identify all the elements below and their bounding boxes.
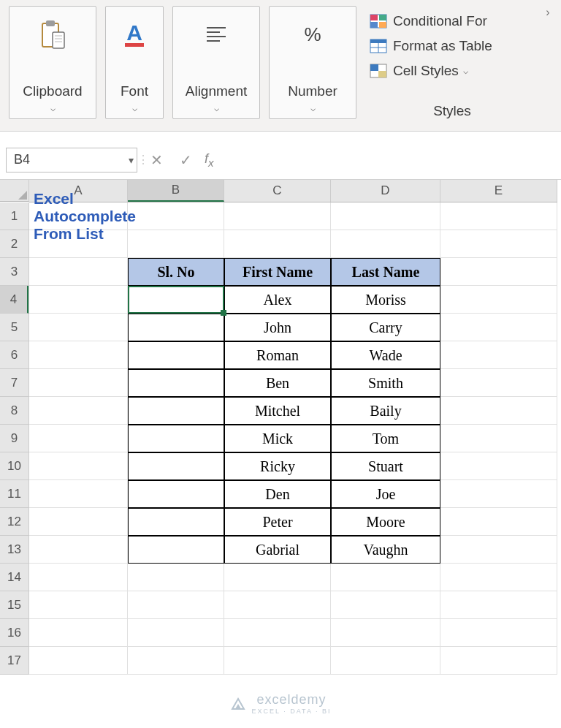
row-header[interactable]: 5 bbox=[0, 314, 28, 341]
cell[interactable] bbox=[440, 286, 557, 314]
cell[interactable] bbox=[440, 647, 557, 675]
cell[interactable] bbox=[128, 647, 224, 675]
cell[interactable] bbox=[440, 536, 557, 564]
cell[interactable] bbox=[29, 341, 128, 369]
cell[interactable] bbox=[128, 591, 224, 619]
cell[interactable] bbox=[29, 591, 128, 619]
table-cell[interactable]: Vaughn bbox=[331, 536, 440, 564]
cell[interactable] bbox=[29, 564, 128, 591]
table-cell[interactable] bbox=[128, 369, 224, 397]
cell[interactable] bbox=[29, 314, 128, 341]
cell[interactable] bbox=[224, 619, 331, 647]
accept-formula-button[interactable]: ✓ bbox=[171, 151, 200, 169]
table-cell[interactable]: Den bbox=[224, 480, 331, 508]
cell[interactable] bbox=[440, 258, 557, 286]
cell[interactable] bbox=[29, 286, 128, 314]
name-box[interactable]: B4 ▾ bbox=[6, 148, 137, 172]
table-cell[interactable]: Mitchel bbox=[224, 397, 331, 425]
cell[interactable] bbox=[440, 508, 557, 536]
cell[interactable] bbox=[128, 202, 224, 230]
table-cell[interactable]: Ricky bbox=[224, 452, 331, 480]
format-as-table-button[interactable]: Format as Table bbox=[368, 34, 536, 58]
cell[interactable] bbox=[29, 397, 128, 425]
row-header[interactable]: 11 bbox=[0, 480, 28, 508]
cell[interactable] bbox=[29, 230, 128, 258]
cell[interactable] bbox=[440, 314, 557, 341]
table-cell[interactable]: Wade bbox=[331, 341, 440, 369]
col-header-B[interactable]: B bbox=[128, 180, 224, 202]
cell[interactable] bbox=[29, 619, 128, 647]
table-cell[interactable]: Tom bbox=[331, 425, 440, 452]
table-cell[interactable]: Alex bbox=[224, 286, 331, 314]
cell[interactable] bbox=[440, 480, 557, 508]
row-header[interactable]: 8 bbox=[0, 397, 28, 425]
cell[interactable] bbox=[440, 619, 557, 647]
table-cell[interactable]: Moriss bbox=[331, 286, 440, 314]
cell[interactable] bbox=[331, 202, 440, 230]
table-cell[interactable]: Mick bbox=[224, 425, 331, 452]
cell[interactable] bbox=[128, 619, 224, 647]
cell[interactable] bbox=[440, 202, 557, 230]
cell[interactable] bbox=[128, 564, 224, 591]
row-header[interactable]: 4 bbox=[0, 286, 28, 314]
table-cell[interactable]: Gabrial bbox=[224, 536, 331, 564]
cell[interactable] bbox=[29, 536, 128, 564]
cell[interactable] bbox=[440, 369, 557, 397]
cell[interactable] bbox=[224, 591, 331, 619]
row-header[interactable]: 10 bbox=[0, 452, 28, 480]
cell[interactable] bbox=[224, 202, 331, 230]
row-header[interactable]: 6 bbox=[0, 341, 28, 369]
row-header[interactable]: 16 bbox=[0, 619, 28, 647]
table-cell[interactable] bbox=[128, 397, 224, 425]
table-cell[interactable]: Baily bbox=[331, 397, 440, 425]
cells-area[interactable]: Excel Autocomplete From List Sl. No Firs… bbox=[29, 202, 557, 675]
cell[interactable] bbox=[29, 452, 128, 480]
alignment-group[interactable]: Alignment ⌵ bbox=[172, 6, 260, 119]
table-cell[interactable]: Joe bbox=[331, 480, 440, 508]
cell[interactable] bbox=[29, 508, 128, 536]
cell[interactable] bbox=[331, 591, 440, 619]
cell[interactable] bbox=[331, 619, 440, 647]
cell[interactable] bbox=[128, 230, 224, 258]
table-cell[interactable] bbox=[128, 536, 224, 564]
cell[interactable] bbox=[29, 480, 128, 508]
table-cell[interactable]: Peter bbox=[224, 508, 331, 536]
table-cell[interactable] bbox=[128, 425, 224, 452]
cell[interactable] bbox=[224, 647, 331, 675]
conditional-formatting-button[interactable]: Conditional For bbox=[368, 9, 536, 34]
fx-icon[interactable]: fx bbox=[205, 151, 214, 169]
number-group[interactable]: % Number ⌵ bbox=[269, 6, 356, 119]
formula-input[interactable] bbox=[214, 148, 555, 172]
cell[interactable] bbox=[331, 564, 440, 591]
table-cell[interactable] bbox=[128, 286, 224, 314]
col-header-C[interactable]: C bbox=[224, 180, 331, 202]
cell[interactable] bbox=[440, 425, 557, 452]
col-header-D[interactable]: D bbox=[331, 180, 440, 202]
dropdown-icon[interactable]: ▾ bbox=[129, 154, 134, 166]
row-header[interactable]: 9 bbox=[0, 425, 28, 452]
font-group[interactable]: A Font ⌵ bbox=[105, 6, 164, 119]
cell[interactable] bbox=[440, 591, 557, 619]
cell[interactable]: Excel Autocomplete From List bbox=[29, 202, 128, 230]
row-header[interactable]: 1 bbox=[0, 202, 28, 230]
table-header-slno[interactable]: Sl. No bbox=[128, 258, 224, 286]
row-header[interactable]: 17 bbox=[0, 647, 28, 675]
cell[interactable] bbox=[29, 258, 128, 286]
clipboard-group[interactable]: Clipboard ⌵ bbox=[9, 6, 96, 119]
cell[interactable] bbox=[224, 230, 331, 258]
row-header[interactable]: 7 bbox=[0, 369, 28, 397]
row-header[interactable]: 2 bbox=[0, 230, 28, 258]
cell[interactable] bbox=[29, 647, 128, 675]
cell-styles-button[interactable]: Cell Styles ⌵ bbox=[368, 58, 536, 83]
row-header[interactable]: 12 bbox=[0, 508, 28, 536]
table-cell[interactable]: John bbox=[224, 314, 331, 341]
table-cell[interactable] bbox=[128, 314, 224, 341]
table-cell[interactable]: Ben bbox=[224, 369, 331, 397]
cell[interactable] bbox=[440, 341, 557, 369]
cell[interactable] bbox=[331, 647, 440, 675]
table-cell[interactable] bbox=[128, 508, 224, 536]
table-cell[interactable]: Smith bbox=[331, 369, 440, 397]
row-header[interactable]: 3 bbox=[0, 258, 28, 286]
table-header-first[interactable]: First Name bbox=[224, 258, 331, 286]
select-all-corner[interactable] bbox=[0, 180, 29, 202]
